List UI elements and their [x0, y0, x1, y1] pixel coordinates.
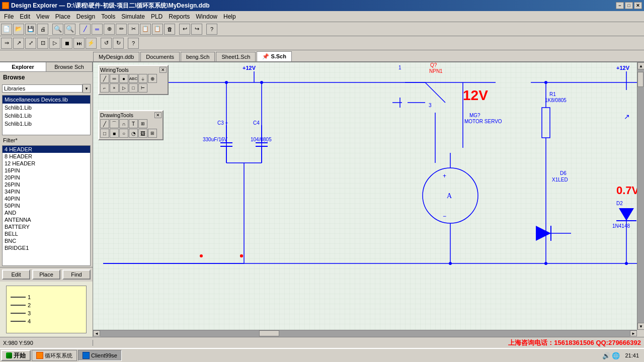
- schematic-canvas[interactable]: A + −: [93, 62, 637, 330]
- scroll-left-button[interactable]: ◄: [93, 330, 100, 336]
- undo-button[interactable]: ↩: [179, 24, 190, 35]
- scroll-up-button[interactable]: ▲: [637, 62, 644, 69]
- arc-tool[interactable]: ∩: [119, 119, 128, 128]
- port-tool[interactable]: ▷: [119, 83, 128, 93]
- table-tool[interactable]: ⊞: [138, 119, 147, 128]
- tab-browse-sch[interactable]: Browse Sch: [46, 62, 93, 71]
- simulate-button[interactable]: ⚡: [86, 38, 97, 49]
- tab-explorer[interactable]: Explorer: [0, 62, 46, 71]
- next-button[interactable]: ⏭: [73, 38, 85, 49]
- menu-reports[interactable]: Reports: [166, 12, 193, 21]
- tab-mydesign[interactable]: MyDesign.ddb: [93, 52, 139, 61]
- cut-button[interactable]: ✂: [128, 24, 139, 35]
- menu-file[interactable]: File: [1, 12, 17, 21]
- lib-item-schlib1[interactable]: Schlib1.Lib: [3, 104, 90, 112]
- ellipse-tool[interactable]: ○: [119, 129, 128, 138]
- component-list[interactable]: 4 HEADER 8 HEADER 12 HEADER 16PIN 20PIN …: [2, 145, 91, 266]
- comp-40pin[interactable]: 40PIN: [3, 195, 90, 202]
- netlabel-tool[interactable]: ABC: [129, 74, 138, 83]
- paste2-tool[interactable]: ⊞: [148, 129, 157, 138]
- filled-rect-tool[interactable]: ■: [110, 129, 119, 138]
- comp-battery[interactable]: BATTERY: [3, 223, 90, 230]
- lib-item-misc[interactable]: Miscellaneous Devices.lib: [3, 96, 90, 104]
- text-tool[interactable]: T: [129, 119, 138, 128]
- comp-20pin[interactable]: 20PIN: [3, 174, 90, 181]
- print-button[interactable]: 🖨: [37, 24, 48, 35]
- zoom-out-button[interactable]: 🔍: [64, 24, 75, 35]
- lib-item-schlib3[interactable]: Schlib1.Lib: [3, 120, 90, 128]
- scroll-down-button[interactable]: ▼: [637, 323, 644, 330]
- library-list[interactable]: Miscellaneous Devices.lib Schlib1.Lib Sc…: [2, 95, 91, 135]
- maximize-button[interactable]: □: [625, 2, 633, 9]
- draw-bus-button[interactable]: ═: [92, 24, 103, 35]
- task-client99se[interactable]: Client99se: [78, 350, 122, 361]
- zoom-in-button[interactable]: 🔍: [52, 24, 63, 35]
- comp-50pin[interactable]: 50PIN: [3, 202, 90, 209]
- menu-design[interactable]: Design: [73, 12, 98, 21]
- drawing-tools-close[interactable]: ✕: [154, 112, 162, 118]
- library-dropdown-button[interactable]: ▼: [83, 84, 91, 93]
- delete-button[interactable]: 🗑: [164, 24, 175, 35]
- new-button[interactable]: 📄: [1, 24, 12, 35]
- bus-tool[interactable]: ═: [110, 74, 119, 83]
- drawing-tools-title[interactable]: DrawingTools ✕: [100, 112, 162, 118]
- comp-4header[interactable]: 4 HEADER: [3, 146, 90, 153]
- wire-tool[interactable]: ╱: [100, 74, 109, 83]
- open-button[interactable]: 📂: [13, 24, 24, 35]
- bus-entry-tool[interactable]: ⌐: [100, 83, 109, 93]
- draw-wire-button[interactable]: ╱: [79, 24, 91, 35]
- prev-sheet-button[interactable]: ↺: [101, 38, 112, 49]
- task-loop-system[interactable]: 循环泵系统: [32, 350, 77, 361]
- next-sheet-button[interactable]: ↻: [113, 38, 124, 49]
- start-button[interactable]: 开始: [1, 350, 31, 361]
- sheet-entry-tool[interactable]: ⊢: [138, 83, 147, 93]
- redo-button[interactable]: ↪: [191, 24, 202, 35]
- netlist-button[interactable]: ⊡: [37, 38, 48, 49]
- minimize-button[interactable]: −: [616, 2, 624, 9]
- arc2-tool[interactable]: ◔: [129, 129, 138, 138]
- place-comp-button[interactable]: ⊕: [104, 24, 115, 35]
- tab-documents[interactable]: Documents: [140, 52, 180, 61]
- close-button[interactable]: ✕: [634, 2, 642, 9]
- cross-probe-button[interactable]: ⤢: [25, 38, 36, 49]
- line-tool[interactable]: ╱: [100, 119, 109, 128]
- menu-tools[interactable]: Tools: [98, 12, 118, 21]
- tab-sheet1sch[interactable]: Sheet1.Sch: [216, 52, 256, 61]
- menu-help[interactable]: Help: [220, 12, 239, 21]
- copy-button[interactable]: 📋: [140, 24, 151, 35]
- paste-button[interactable]: 📋: [152, 24, 163, 35]
- vertical-scrollbar[interactable]: ▲ ▼: [637, 62, 644, 330]
- comp-34pin[interactable]: 34PIN: [3, 188, 90, 195]
- play-button[interactable]: ▷: [49, 38, 60, 49]
- edit-button[interactable]: ✏: [116, 24, 127, 35]
- comp-bnc[interactable]: BNC: [3, 237, 90, 244]
- comp-and[interactable]: AND: [3, 209, 90, 216]
- library-select[interactable]: Libraries: [2, 84, 83, 93]
- menu-view[interactable]: View: [33, 12, 52, 21]
- comp-26pin[interactable]: 26PIN: [3, 181, 90, 188]
- edit-button[interactable]: Edit: [2, 269, 30, 280]
- stop-button[interactable]: ⏹: [61, 38, 72, 49]
- horizontal-scrollbar[interactable]: ◄ ►: [93, 330, 637, 337]
- menu-window[interactable]: Window: [193, 12, 220, 21]
- tab-bengsch[interactable]: beng.Sch: [181, 52, 215, 61]
- image-tool[interactable]: 🖼: [138, 129, 147, 138]
- sheet-symbol-tool[interactable]: □: [129, 83, 138, 93]
- help-button[interactable]: ?: [206, 24, 217, 35]
- comp-8header[interactable]: 8 HEADER: [3, 153, 90, 160]
- wiring-tools-close[interactable]: ✕: [159, 67, 167, 73]
- toolbar2-help-button[interactable]: ?: [128, 38, 139, 49]
- scroll-right-button[interactable]: ►: [630, 330, 637, 336]
- tab-ssch[interactable]: 📌 S.Sch: [257, 51, 292, 61]
- menu-pld[interactable]: PLD: [148, 12, 166, 21]
- lib-item-schlib2[interactable]: Schlib1.Lib: [3, 112, 90, 120]
- run-button[interactable]: ⇒: [1, 38, 12, 49]
- no-erc-tool[interactable]: ×: [110, 83, 119, 93]
- save-button[interactable]: 💾: [25, 24, 36, 35]
- comp-12header[interactable]: 12 HEADER: [3, 160, 90, 167]
- menu-place[interactable]: Place: [52, 12, 73, 21]
- place-button[interactable]: Place: [32, 269, 60, 280]
- wiring-tools-title[interactable]: WiringTools ✕: [100, 67, 167, 73]
- comp-16pin[interactable]: 16PIN: [3, 167, 90, 174]
- power-tool[interactable]: ⏚: [138, 74, 147, 83]
